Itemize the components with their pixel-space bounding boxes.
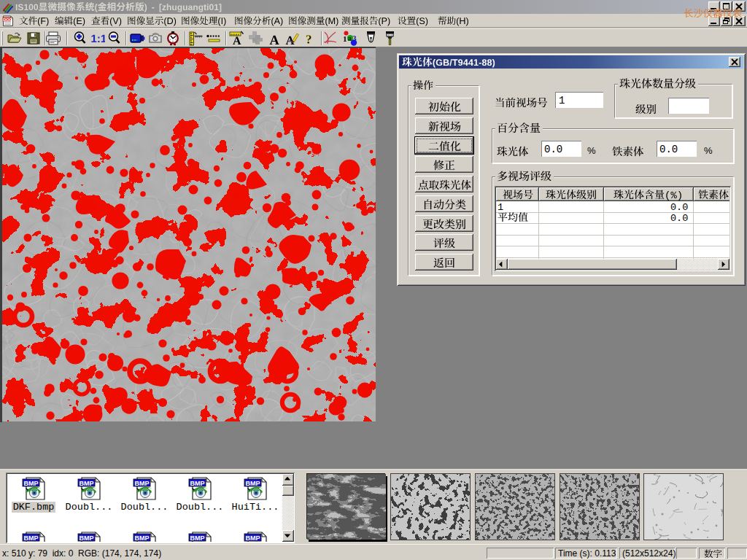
svg-text:BMP: BMP <box>135 480 150 487</box>
svg-text:a: a <box>348 34 352 42</box>
svg-text:3: 3 <box>352 34 357 42</box>
svg-text:1: 1 <box>343 34 347 43</box>
svg-text:BMP: BMP <box>80 534 94 542</box>
svg-text:BMP: BMP <box>80 480 94 487</box>
svg-text:BMP: BMP <box>246 534 260 542</box>
svg-text:DOC: DOC <box>3 18 12 22</box>
svg-text:BMP: BMP <box>24 480 39 487</box>
svg-text:BMP: BMP <box>246 480 260 487</box>
svg-text:BMP: BMP <box>190 480 205 487</box>
svg-text:BMP: BMP <box>24 534 39 542</box>
svg-text:BMP: BMP <box>190 534 205 542</box>
svg-text:BMP: BMP <box>135 534 150 542</box>
